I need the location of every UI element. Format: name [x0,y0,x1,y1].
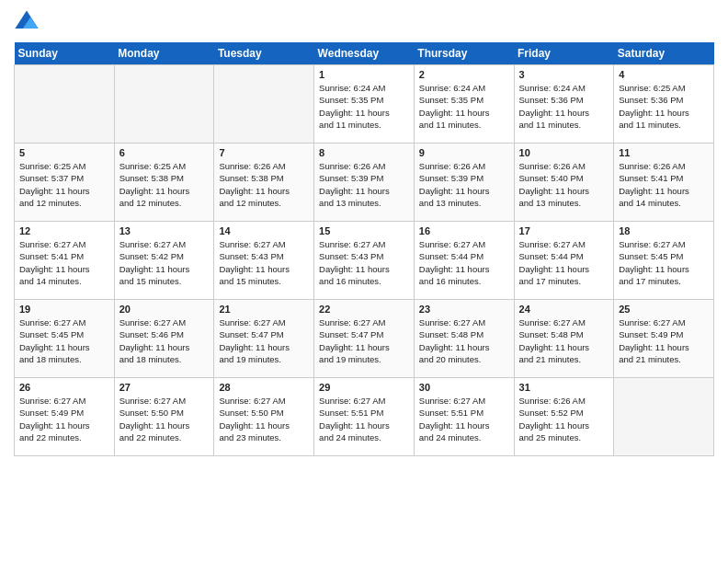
calendar-cell: 31Sunrise: 6:26 AM Sunset: 5:52 PM Dayli… [514,378,614,456]
day-info: Sunrise: 6:27 AM Sunset: 5:50 PM Dayligh… [119,395,210,443]
calendar-cell: 24Sunrise: 6:27 AM Sunset: 5:48 PM Dayli… [514,300,614,378]
calendar-cell: 27Sunrise: 6:27 AM Sunset: 5:50 PM Dayli… [114,378,214,456]
day-info: Sunrise: 6:27 AM Sunset: 5:44 PM Dayligh… [419,238,509,287]
calendar-cell [214,65,314,144]
day-info: Sunrise: 6:26 AM Sunset: 5:40 PM Dayligh… [519,160,609,209]
logo-icon [14,9,40,35]
calendar-cell: 17Sunrise: 6:27 AM Sunset: 5:44 PM Dayli… [514,222,614,300]
day-info: Sunrise: 6:27 AM Sunset: 5:51 PM Dayligh… [419,395,509,443]
day-number: 29 [319,382,409,393]
calendar-cell: 21Sunrise: 6:27 AM Sunset: 5:47 PM Dayli… [214,300,314,378]
day-number: 22 [319,304,409,315]
calendar-cell [15,65,115,144]
day-number: 3 [519,69,609,80]
weekday-header-sunday: Sunday [15,42,115,65]
day-number: 4 [619,69,709,80]
calendar-cell: 25Sunrise: 6:27 AM Sunset: 5:49 PM Dayli… [614,300,714,378]
calendar-week-3: 12Sunrise: 6:27 AM Sunset: 5:41 PM Dayli… [15,222,714,300]
day-info: Sunrise: 6:27 AM Sunset: 5:45 PM Dayligh… [19,316,109,365]
day-info: Sunrise: 6:27 AM Sunset: 5:48 PM Dayligh… [419,316,509,365]
day-number: 20 [119,304,210,315]
day-info: Sunrise: 6:25 AM Sunset: 5:37 PM Dayligh… [19,160,109,209]
calendar-cell: 29Sunrise: 6:27 AM Sunset: 5:51 PM Dayli… [314,378,415,456]
day-number: 6 [119,147,210,158]
day-number: 19 [19,304,109,315]
calendar-cell: 9Sunrise: 6:26 AM Sunset: 5:39 PM Daylig… [414,144,514,222]
day-info: Sunrise: 6:27 AM Sunset: 5:42 PM Dayligh… [119,238,210,287]
calendar-cell: 12Sunrise: 6:27 AM Sunset: 5:41 PM Dayli… [15,222,115,300]
day-info: Sunrise: 6:27 AM Sunset: 5:47 PM Dayligh… [319,316,409,365]
day-number: 28 [219,382,309,393]
calendar-cell: 3Sunrise: 6:24 AM Sunset: 5:36 PM Daylig… [514,65,614,144]
calendar-cell: 8Sunrise: 6:26 AM Sunset: 5:39 PM Daylig… [314,144,415,222]
day-number: 24 [519,304,609,315]
day-info: Sunrise: 6:26 AM Sunset: 5:39 PM Dayligh… [419,160,509,209]
day-number: 14 [219,225,309,236]
calendar-cell [114,65,214,144]
day-number: 30 [419,382,509,393]
calendar-cell: 6Sunrise: 6:25 AM Sunset: 5:38 PM Daylig… [114,144,214,222]
calendar-cell: 15Sunrise: 6:27 AM Sunset: 5:43 PM Dayli… [314,222,415,300]
day-info: Sunrise: 6:26 AM Sunset: 5:39 PM Dayligh… [319,160,409,209]
day-number: 23 [419,304,509,315]
day-number: 2 [419,69,509,80]
day-info: Sunrise: 6:27 AM Sunset: 5:41 PM Dayligh… [19,238,109,287]
day-info: Sunrise: 6:27 AM Sunset: 5:46 PM Dayligh… [119,316,210,365]
day-info: Sunrise: 6:27 AM Sunset: 5:50 PM Dayligh… [219,395,309,443]
day-number: 9 [419,147,509,158]
calendar-cell: 7Sunrise: 6:26 AM Sunset: 5:38 PM Daylig… [214,144,314,222]
calendar-cell: 14Sunrise: 6:27 AM Sunset: 5:43 PM Dayli… [214,222,314,300]
weekday-header-tuesday: Tuesday [214,42,314,65]
day-number: 31 [519,382,609,393]
day-info: Sunrise: 6:26 AM Sunset: 5:52 PM Dayligh… [519,395,609,443]
calendar-cell: 4Sunrise: 6:25 AM Sunset: 5:36 PM Daylig… [614,65,714,144]
day-number: 13 [119,225,210,236]
day-number: 16 [419,225,509,236]
weekday-header-wednesday: Wednesday [314,42,415,65]
calendar-cell [614,378,714,456]
calendar-cell: 23Sunrise: 6:27 AM Sunset: 5:48 PM Dayli… [414,300,514,378]
calendar-cell: 13Sunrise: 6:27 AM Sunset: 5:42 PM Dayli… [114,222,214,300]
day-info: Sunrise: 6:27 AM Sunset: 5:48 PM Dayligh… [519,316,609,365]
calendar-cell: 5Sunrise: 6:25 AM Sunset: 5:37 PM Daylig… [15,144,115,222]
day-number: 18 [619,225,709,236]
calendar-cell: 20Sunrise: 6:27 AM Sunset: 5:46 PM Dayli… [114,300,214,378]
weekday-header-monday: Monday [114,42,214,65]
day-number: 5 [19,147,109,158]
calendar-cell: 11Sunrise: 6:26 AM Sunset: 5:41 PM Dayli… [614,144,714,222]
day-info: Sunrise: 6:27 AM Sunset: 5:45 PM Dayligh… [619,238,709,287]
day-info: Sunrise: 6:27 AM Sunset: 5:43 PM Dayligh… [219,238,309,287]
calendar-cell: 22Sunrise: 6:27 AM Sunset: 5:47 PM Dayli… [314,300,415,378]
day-number: 25 [619,304,709,315]
weekday-header-row: SundayMondayTuesdayWednesdayThursdayFrid… [15,42,714,65]
calendar-cell: 2Sunrise: 6:24 AM Sunset: 5:35 PM Daylig… [414,65,514,144]
day-info: Sunrise: 6:27 AM Sunset: 5:51 PM Dayligh… [319,395,409,443]
weekday-header-thursday: Thursday [414,42,514,65]
logo [14,9,43,35]
calendar-cell: 1Sunrise: 6:24 AM Sunset: 5:35 PM Daylig… [314,65,415,144]
calendar-cell: 10Sunrise: 6:26 AM Sunset: 5:40 PM Dayli… [514,144,614,222]
calendar-week-4: 19Sunrise: 6:27 AM Sunset: 5:45 PM Dayli… [15,300,714,378]
calendar-week-2: 5Sunrise: 6:25 AM Sunset: 5:37 PM Daylig… [15,144,714,222]
day-info: Sunrise: 6:24 AM Sunset: 5:35 PM Dayligh… [319,82,409,131]
calendar-week-1: 1Sunrise: 6:24 AM Sunset: 5:35 PM Daylig… [15,65,714,144]
day-number: 26 [19,382,109,393]
day-info: Sunrise: 6:26 AM Sunset: 5:38 PM Dayligh… [219,160,309,209]
day-number: 1 [319,69,409,80]
day-info: Sunrise: 6:24 AM Sunset: 5:35 PM Dayligh… [419,82,509,131]
calendar-cell: 18Sunrise: 6:27 AM Sunset: 5:45 PM Dayli… [614,222,714,300]
day-number: 8 [319,147,409,158]
day-number: 10 [519,147,609,158]
day-info: Sunrise: 6:27 AM Sunset: 5:44 PM Dayligh… [519,238,609,287]
day-info: Sunrise: 6:25 AM Sunset: 5:36 PM Dayligh… [619,82,709,131]
calendar-table: SundayMondayTuesdayWednesdayThursdayFrid… [14,42,714,456]
day-number: 17 [519,225,609,236]
day-info: Sunrise: 6:27 AM Sunset: 5:49 PM Dayligh… [19,395,109,443]
day-number: 11 [619,147,709,158]
weekday-header-saturday: Saturday [614,42,714,65]
calendar-cell: 19Sunrise: 6:27 AM Sunset: 5:45 PM Dayli… [15,300,115,378]
day-info: Sunrise: 6:27 AM Sunset: 5:43 PM Dayligh… [319,238,409,287]
day-info: Sunrise: 6:27 AM Sunset: 5:49 PM Dayligh… [619,316,709,365]
day-number: 21 [219,304,309,315]
day-info: Sunrise: 6:27 AM Sunset: 5:47 PM Dayligh… [219,316,309,365]
